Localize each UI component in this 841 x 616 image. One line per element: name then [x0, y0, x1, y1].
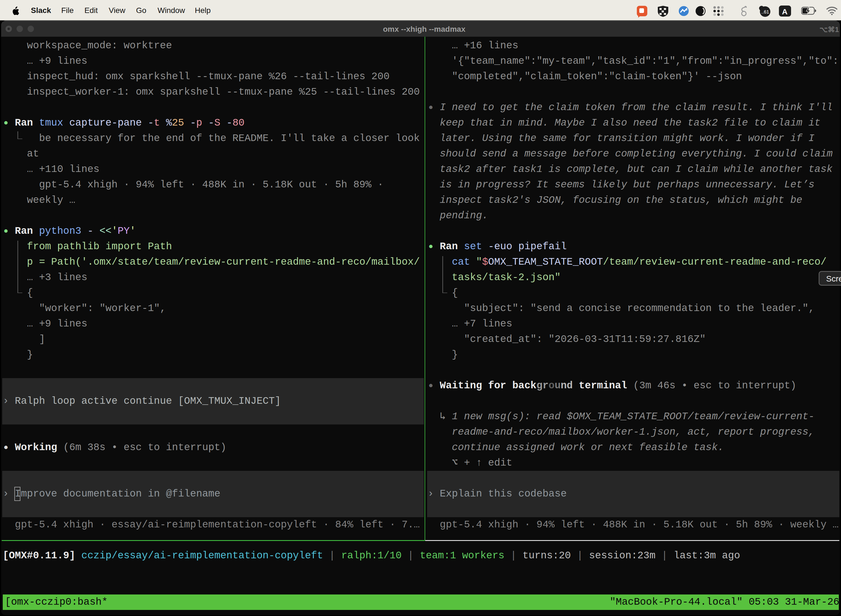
svg-text:..61: ..61: [761, 9, 769, 15]
